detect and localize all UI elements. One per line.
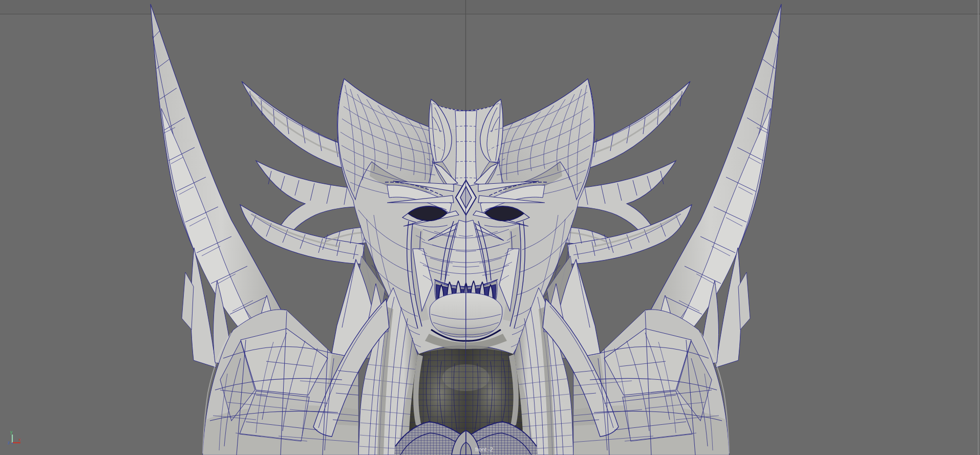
svg-text:x: x <box>18 437 21 442</box>
svg-text:y: y <box>10 429 13 435</box>
svg-text:z: z <box>8 440 10 445</box>
svg-text:front -2: front -2 <box>475 446 493 452</box>
